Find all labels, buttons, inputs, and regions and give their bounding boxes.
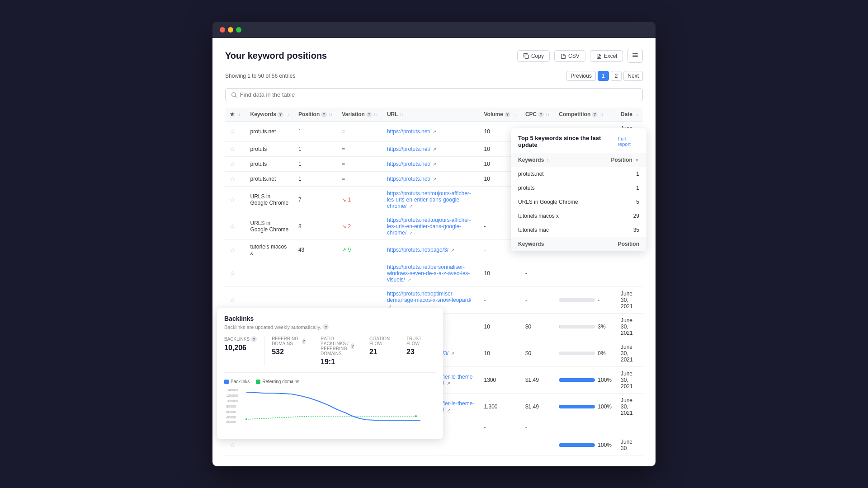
cpc-cell: -: [521, 287, 554, 314]
close-dot[interactable]: [220, 27, 225, 33]
backlinks-panel: Backlinks Backlinks are updated weekly a…: [217, 308, 443, 439]
url-link[interactable]: https://protuts.net/ ↗: [387, 146, 436, 152]
excel-button[interactable]: Excel: [590, 50, 623, 62]
col-keywords[interactable]: Keywords ? ↑↓: [246, 108, 294, 122]
tooltip-footer-keywords: Keywords: [511, 237, 597, 251]
star-button[interactable]: ☆: [230, 160, 236, 168]
tooltip-col-position[interactable]: Position ▼: [597, 153, 646, 167]
url-link[interactable]: https://protuts.net/ ↗: [387, 176, 436, 182]
col-date[interactable]: Date ↑↓: [616, 108, 643, 122]
page-title: Your keyword positions: [225, 51, 327, 61]
variation-info-icon: ?: [366, 112, 372, 117]
keywords-info-icon: ?: [278, 112, 283, 117]
star-button[interactable]: ☆: [230, 145, 236, 153]
url-link[interactable]: https://protuts.net/toujours-afficher-le…: [387, 190, 471, 209]
competition-cell: [554, 260, 616, 287]
variation-cell: ↘ 1: [337, 187, 382, 213]
competition-cell: 0%: [554, 340, 616, 367]
svg-point-12: [245, 418, 247, 420]
showing-info: Showing 1 to 50 of 56 entries Previous 1…: [225, 71, 643, 81]
star-button[interactable]: ☆: [230, 296, 236, 304]
legend-backlinks: Backlinks: [224, 379, 250, 384]
col-cpc[interactable]: CPC ? ↑↓: [521, 108, 554, 122]
cpc-cell: $0: [521, 314, 554, 340]
search-icon: [231, 92, 237, 98]
col-volume[interactable]: Volume ? ↑↓: [479, 108, 520, 122]
competition-cell: -: [554, 287, 616, 314]
position-cell: 1: [294, 172, 337, 187]
date-cell: June 30, 2021: [616, 340, 643, 367]
col-variation[interactable]: Variation ? ↑↓: [337, 108, 382, 122]
volume-cell: 1,300: [479, 394, 520, 420]
tooltip-row: protuts.net 1: [511, 167, 646, 181]
full-report-link[interactable]: Full report: [618, 136, 639, 147]
competition-pct: -: [598, 297, 599, 303]
star-button[interactable]: ☆: [230, 270, 236, 277]
competition-bar: [559, 325, 595, 328]
keyword-cell: [246, 260, 294, 287]
cpc-cell: $0: [521, 340, 554, 367]
next-page-btn[interactable]: Next: [623, 71, 643, 81]
page-1-btn[interactable]: 1: [598, 71, 609, 81]
svg-text:100000: 100000: [226, 399, 238, 403]
cpc-cell: [521, 435, 554, 455]
col-position[interactable]: Position ? ↑↓: [294, 108, 337, 122]
url-cell: https://protuts.net/toujours-afficher-le…: [382, 187, 480, 213]
external-link-icon: ↗: [409, 204, 413, 209]
star-button[interactable]: ☆: [230, 128, 236, 135]
search-input[interactable]: [240, 91, 637, 98]
menu-button[interactable]: [627, 49, 643, 63]
url-cell: https://protuts.net/toujours-afficher-le…: [382, 213, 480, 240]
competition-pct: 100%: [598, 377, 612, 383]
variation-cell: =: [337, 157, 382, 172]
tooltip-col-keywords[interactable]: Keywords ↑↓: [511, 153, 597, 167]
tooltip-footer-position: Position: [597, 237, 646, 251]
star-button[interactable]: ☆: [230, 223, 236, 230]
position-cell: 1: [294, 142, 337, 157]
ratio-info: ?: [351, 343, 354, 349]
col-url[interactable]: URL ↑↓: [382, 108, 480, 122]
volume-cell: -: [479, 287, 520, 314]
competition-pct: 100%: [598, 404, 612, 410]
url-link[interactable]: https://protuts.net/ ↗: [387, 128, 436, 135]
csv-button[interactable]: CSV: [554, 50, 585, 62]
url-link[interactable]: https://protuts.net/toujours-afficher-le…: [387, 217, 471, 236]
backlinks-chart: 140000 120000 100000 80000 60000 40000 2…: [224, 387, 436, 423]
star-button[interactable]: ☆: [230, 196, 236, 203]
page-2-btn[interactable]: 2: [611, 71, 622, 81]
variation-up: ↗ 9: [342, 247, 351, 253]
competition-cell: 100%: [554, 367, 616, 394]
cpc-cell: -: [521, 420, 554, 435]
url-link[interactable]: https://protuts.net/optimiser-demarrage-…: [387, 291, 472, 310]
star-button[interactable]: ☆: [230, 175, 236, 183]
keyword-cell: protuts.net: [246, 122, 294, 142]
col-competition[interactable]: Competition ? ↑↓: [554, 108, 616, 122]
url-link[interactable]: https://protuts.net/page/3/ ↗: [387, 247, 454, 253]
competition-cell: [554, 420, 616, 435]
url-link[interactable]: https://protuts.net/ ↗: [387, 161, 436, 167]
competition-bar: [559, 378, 595, 382]
header-actions: Copy CSV Excel: [517, 49, 643, 63]
star-button[interactable]: ☆: [230, 246, 236, 253]
tooltip-row: tutoriels mac 35: [511, 223, 646, 237]
tooltip-row: URLS in Google Chrome 5: [511, 195, 646, 209]
star-button[interactable]: ☆: [230, 441, 236, 449]
tooltip-table: Keywords ↑↓ Position ▼ protuts.net 1 pro…: [511, 153, 646, 251]
url-cell: https://protuts.net/ ↗: [382, 122, 480, 142]
external-link-icon: ↗: [447, 408, 450, 413]
maximize-dot[interactable]: [236, 27, 241, 33]
minimize-dot[interactable]: [228, 27, 233, 33]
backlinks-info-icon: ?: [323, 324, 329, 330]
url-link[interactable]: https://protuts.net/personnaliser-window…: [387, 264, 470, 283]
keyword-cell: tutoriels macos x: [246, 240, 294, 260]
prev-page-btn[interactable]: Previous: [566, 71, 596, 81]
csv-label: CSV: [568, 53, 580, 59]
tooltip-keyword: tutoriels macos x: [511, 209, 597, 223]
competition-cell: 100%: [554, 394, 616, 420]
keyword-cell: protuts: [246, 157, 294, 172]
volume-cell: [479, 435, 520, 455]
position-cell: [294, 260, 337, 287]
copy-button[interactable]: Copy: [517, 50, 550, 62]
stat-backlinks: BACKLINKS ? 10,206: [224, 336, 264, 366]
excel-icon: [596, 53, 602, 59]
